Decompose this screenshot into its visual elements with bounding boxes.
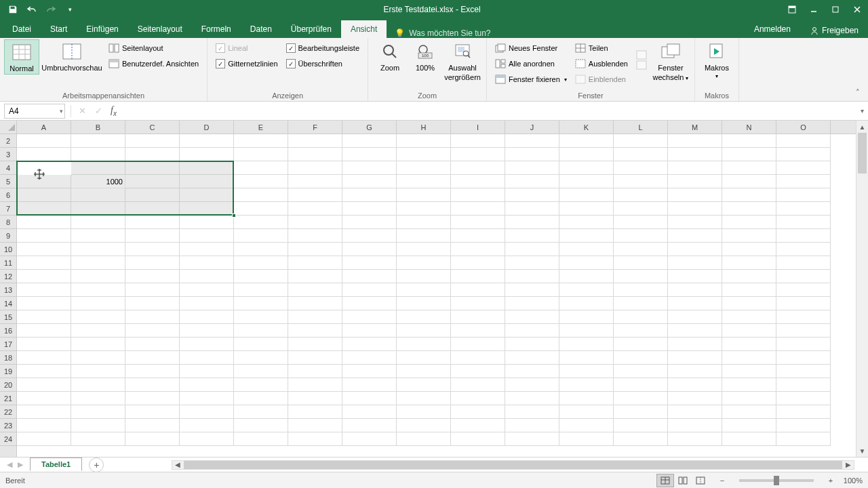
cell[interactable]	[397, 392, 451, 405]
col-header-C[interactable]: C	[125, 121, 180, 134]
cell[interactable]	[451, 148, 505, 161]
cell[interactable]	[125, 134, 180, 148]
cell[interactable]	[397, 229, 451, 243]
col-header-H[interactable]: H	[397, 121, 451, 134]
cell[interactable]	[17, 148, 71, 161]
cell[interactable]	[722, 324, 776, 338]
cell[interactable]	[505, 283, 559, 297]
cell[interactable]	[776, 148, 831, 161]
cell[interactable]	[397, 202, 451, 216]
cell[interactable]	[342, 148, 397, 161]
arrange-all-button[interactable]: Alle anordnen	[492, 56, 570, 71]
scroll-thumb[interactable]	[858, 133, 867, 174]
cell[interactable]	[125, 283, 180, 297]
gridlines-checkbox[interactable]: ✓Gitternetzlinien	[213, 56, 280, 71]
cell[interactable]	[234, 229, 288, 243]
cell[interactable]	[288, 297, 342, 310]
cell[interactable]	[614, 419, 668, 432]
pagebreak-view-shortcut[interactable]	[692, 474, 709, 487]
cell[interactable]	[614, 134, 668, 148]
cell[interactable]	[234, 351, 288, 365]
cell[interactable]	[180, 256, 234, 270]
cell[interactable]	[71, 256, 125, 270]
cell[interactable]	[776, 216, 831, 229]
cell[interactable]	[180, 310, 234, 324]
cell[interactable]	[125, 216, 180, 229]
cell[interactable]	[234, 310, 288, 324]
cell[interactable]	[397, 256, 451, 270]
row-header-18[interactable]: 18	[0, 351, 16, 365]
cell[interactable]	[17, 405, 71, 419]
scroll-up-button[interactable]: ▲	[856, 121, 868, 133]
row-header-12[interactable]: 12	[0, 270, 16, 283]
cell[interactable]	[342, 256, 397, 270]
cell[interactable]	[342, 351, 397, 365]
expand-formula-bar-button[interactable]: ▾	[856, 107, 868, 115]
cell[interactable]	[180, 405, 234, 419]
cell[interactable]	[505, 202, 559, 216]
cell[interactable]	[288, 378, 342, 392]
cell[interactable]	[776, 324, 831, 338]
cell[interactable]	[559, 270, 614, 283]
cell[interactable]	[125, 148, 180, 161]
cell[interactable]	[505, 324, 559, 338]
cell[interactable]	[17, 378, 71, 392]
cell[interactable]	[451, 338, 505, 351]
split-button[interactable]: Teilen	[572, 41, 631, 56]
cell[interactable]	[722, 419, 776, 432]
cell[interactable]	[397, 419, 451, 432]
cell[interactable]	[451, 283, 505, 297]
scroll-down-button[interactable]: ▼	[856, 445, 868, 457]
cell[interactable]	[614, 216, 668, 229]
cell[interactable]	[559, 419, 614, 432]
cell[interactable]	[451, 310, 505, 324]
cell[interactable]	[125, 324, 180, 338]
cell[interactable]	[722, 405, 776, 419]
row-header-16[interactable]: 16	[0, 324, 16, 338]
formulabar-checkbox[interactable]: ✓Bearbeitungsleiste	[283, 41, 363, 56]
cell[interactable]	[614, 283, 668, 297]
cell[interactable]	[342, 378, 397, 392]
enter-formula-button[interactable]: ✓	[90, 104, 106, 119]
row-header-5[interactable]: 5	[0, 175, 16, 188]
cell[interactable]	[180, 134, 234, 148]
cell[interactable]	[234, 365, 288, 378]
fill-handle[interactable]	[232, 214, 236, 218]
tab-formulas[interactable]: Formeln	[192, 20, 241, 38]
cell[interactable]	[614, 297, 668, 310]
zoom-button[interactable]: Zoom	[372, 39, 408, 83]
cell[interactable]	[17, 216, 71, 229]
cell[interactable]	[505, 175, 559, 188]
cell[interactable]	[342, 202, 397, 216]
cell[interactable]	[559, 405, 614, 419]
row-headers[interactable]: 23456789101112131415161718192021222324	[0, 134, 17, 457]
cell[interactable]	[776, 310, 831, 324]
cell[interactable]	[722, 256, 776, 270]
cell[interactable]	[668, 175, 722, 188]
cell[interactable]	[397, 310, 451, 324]
cell[interactable]	[125, 351, 180, 365]
cell[interactable]	[668, 378, 722, 392]
cell[interactable]	[71, 283, 125, 297]
cell[interactable]	[17, 134, 71, 148]
row-header-22[interactable]: 22	[0, 405, 16, 419]
row-header-23[interactable]: 23	[0, 419, 16, 432]
row-header-13[interactable]: 13	[0, 283, 16, 297]
cell[interactable]	[722, 310, 776, 324]
row-header-7[interactable]: 7	[0, 202, 16, 216]
cell[interactable]	[397, 188, 451, 202]
cell[interactable]	[125, 392, 180, 405]
col-header-A[interactable]: A	[17, 121, 71, 134]
col-header-E[interactable]: E	[234, 121, 288, 134]
cell[interactable]	[180, 243, 234, 256]
cell[interactable]	[288, 365, 342, 378]
cell[interactable]	[559, 324, 614, 338]
cell[interactable]	[614, 378, 668, 392]
cancel-formula-button[interactable]: ✕	[74, 104, 90, 119]
cell[interactable]	[776, 188, 831, 202]
chevron-down-icon[interactable]: ▾	[60, 108, 63, 115]
cell[interactable]	[342, 270, 397, 283]
tab-file[interactable]: Datei	[3, 20, 41, 38]
cell[interactable]	[776, 432, 831, 446]
cell[interactable]	[71, 243, 125, 256]
